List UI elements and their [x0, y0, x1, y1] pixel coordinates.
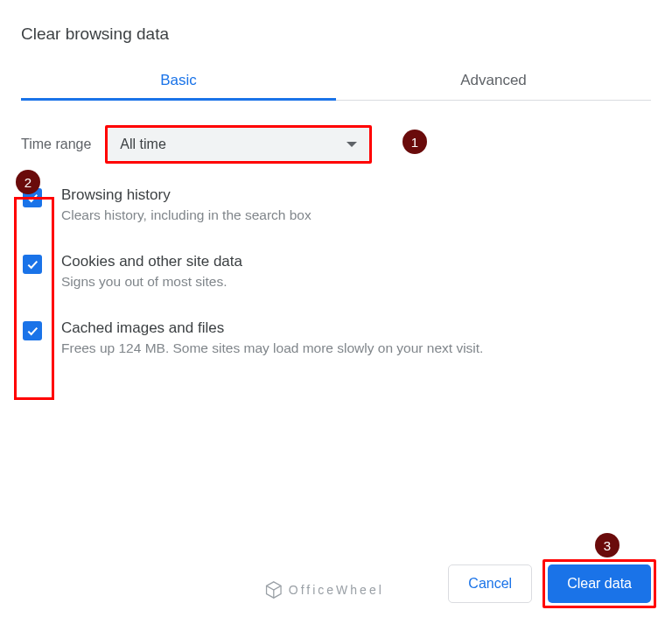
checkbox-cookies[interactable] — [23, 255, 42, 274]
clear-browsing-data-dialog: Clear browsing data Basic Advanced Time … — [0, 0, 672, 356]
check-icon — [25, 257, 39, 271]
time-range-dropdown[interactable]: All time — [105, 125, 372, 164]
option-title: Cookies and other site data — [61, 253, 242, 270]
checkbox-cached[interactable] — [23, 321, 42, 340]
check-icon — [25, 324, 39, 338]
time-range-label: Time range — [21, 137, 91, 152]
tab-advanced[interactable]: Advanced — [336, 60, 651, 100]
option-cached: Cached images and files Frees up 124 MB.… — [21, 319, 651, 356]
dialog-footer: Cancel Clear data — [16, 559, 656, 608]
option-title: Cached images and files — [61, 319, 483, 337]
cancel-button[interactable]: Cancel — [448, 564, 532, 603]
clear-data-button[interactable]: Clear data — [548, 564, 651, 603]
time-range-value: All time — [120, 137, 165, 152]
button-label: Clear data — [567, 576, 632, 592]
option-title: Browsing history — [61, 186, 312, 204]
option-text: Cookies and other site data Signs you ou… — [61, 253, 242, 290]
button-label: Cancel — [468, 576, 512, 592]
option-desc: Frees up 124 MB. Some sites may load mor… — [61, 340, 483, 356]
checkbox-browsing-history[interactable] — [23, 188, 42, 207]
options-list: Browsing history Clears history, includi… — [21, 186, 651, 356]
tab-label: Basic — [160, 72, 197, 88]
option-text: Cached images and files Frees up 124 MB.… — [61, 319, 483, 356]
annotation-box-2 — [14, 197, 54, 400]
option-text: Browsing history Clears history, includi… — [61, 186, 312, 223]
option-desc: Clears history, including in the search … — [61, 207, 312, 223]
tabs: Basic Advanced — [21, 60, 651, 101]
tab-label: Advanced — [460, 72, 527, 88]
check-icon — [25, 191, 39, 205]
chevron-down-icon — [346, 142, 357, 147]
dialog-title: Clear browsing data — [21, 25, 651, 44]
annotation-badge-3: 3 — [595, 533, 620, 557]
tab-basic[interactable]: Basic — [21, 60, 336, 100]
time-range-row: Time range All time — [21, 125, 651, 164]
annotation-box-3: Clear data — [542, 559, 656, 608]
option-browsing-history: Browsing history Clears history, includi… — [21, 186, 651, 223]
option-cookies: Cookies and other site data Signs you ou… — [21, 253, 651, 290]
option-desc: Signs you out of most sites. — [61, 274, 242, 290]
